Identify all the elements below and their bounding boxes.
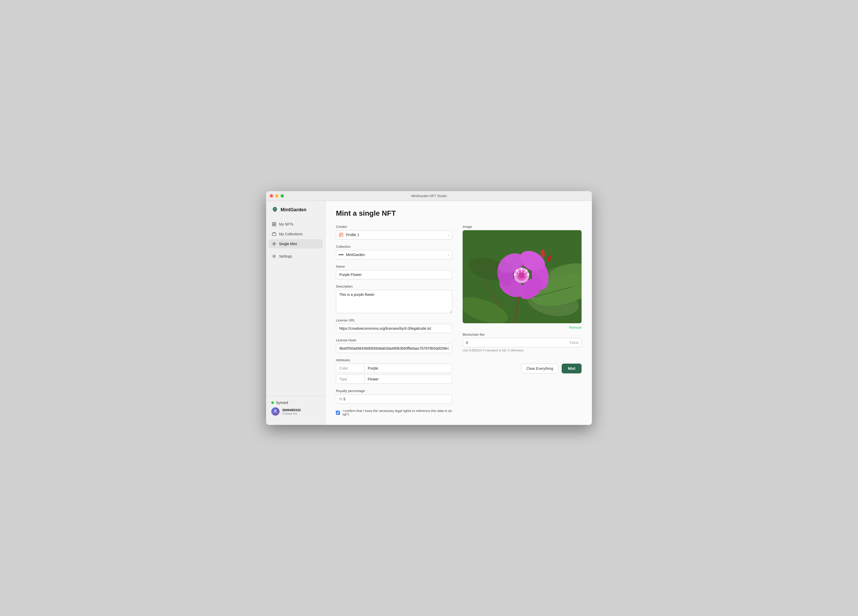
svg-point-29 bbox=[519, 272, 525, 278]
clear-everything-button[interactable]: Clear Everything bbox=[521, 364, 559, 373]
svg-point-37 bbox=[526, 269, 527, 271]
synced-row: Synced bbox=[271, 401, 320, 405]
collection-label: Collection bbox=[336, 245, 452, 249]
attribute-value-0[interactable] bbox=[365, 364, 452, 373]
license-url-input[interactable] bbox=[336, 324, 452, 333]
collection-select[interactable]: MintGarden bbox=[336, 250, 452, 260]
change-key-label: Change key bbox=[282, 412, 301, 415]
confirm-checkbox[interactable] bbox=[336, 411, 340, 415]
sidebar-bottom: Synced 3689485332 Change key bbox=[266, 396, 325, 420]
royalty-input[interactable] bbox=[336, 394, 452, 404]
image-label: Image bbox=[463, 225, 581, 229]
svg-point-6 bbox=[274, 410, 277, 412]
account-row[interactable]: 3689485332 Change key bbox=[271, 407, 320, 415]
image-group: Image bbox=[463, 225, 581, 323]
royalty-wrapper: % bbox=[336, 394, 452, 404]
creator-group: Creator Profile 1 ⌄ bbox=[336, 225, 452, 240]
logo-icon bbox=[271, 206, 278, 213]
page-title: Mint a single NFT bbox=[336, 209, 581, 218]
sidebar-item-my-nfts[interactable]: My NFTs bbox=[269, 219, 323, 229]
creator-select-wrapper: Profile 1 ⌄ bbox=[336, 230, 452, 240]
minimize-button[interactable] bbox=[275, 194, 278, 198]
name-label: Name bbox=[336, 264, 452, 268]
license-hash-group: License Hash bbox=[336, 338, 452, 353]
royalty-prefix-icon: % bbox=[339, 397, 342, 401]
license-url-label: License URL bbox=[336, 318, 452, 322]
attribute-key-1[interactable] bbox=[336, 375, 365, 384]
attribute-row bbox=[336, 375, 452, 384]
sidebar-item-label: Settings bbox=[279, 254, 292, 258]
window-controls bbox=[270, 194, 284, 198]
svg-point-35 bbox=[521, 268, 522, 269]
sidebar-nav: My NFTs My Collections bbox=[266, 219, 325, 396]
fee-input-wrapper: TXCH bbox=[463, 338, 581, 347]
attribute-row bbox=[336, 364, 452, 373]
synced-dot bbox=[271, 401, 274, 404]
svg-point-36 bbox=[516, 269, 518, 271]
logo-text: MintGarden bbox=[281, 207, 306, 213]
image-container: Remove bbox=[463, 230, 581, 323]
svg-rect-1 bbox=[274, 222, 276, 224]
attributes-label: Attributes bbox=[336, 358, 452, 362]
svg-rect-2 bbox=[272, 224, 274, 226]
nft-image bbox=[463, 230, 581, 323]
royalty-group: Royalty percentage % bbox=[336, 389, 452, 404]
grid-icon bbox=[272, 222, 277, 227]
sidebar-item-label: My Collections bbox=[279, 232, 303, 236]
main-content: Mint a single NFT Creator bbox=[326, 201, 592, 425]
description-label: Description bbox=[336, 285, 452, 288]
description-group: Description This is a purple flower bbox=[336, 285, 452, 313]
form-layout: Creator Profile 1 ⌄ bbox=[336, 225, 581, 417]
window-title: MintGarden NFT Studio bbox=[411, 194, 446, 198]
account-id: 3689485332 bbox=[282, 408, 301, 412]
blockchain-fee-label: Blockchain fee bbox=[463, 333, 581, 336]
synced-label: Synced bbox=[276, 401, 288, 405]
name-input[interactable] bbox=[336, 270, 452, 279]
confirm-checkbox-row: I confirm that I have the necessary lega… bbox=[336, 409, 452, 417]
gear-icon bbox=[272, 254, 277, 258]
description-textarea[interactable]: This is a purple flower bbox=[336, 290, 452, 313]
form-left: Creator Profile 1 ⌄ bbox=[336, 225, 452, 417]
license-url-group: License URL bbox=[336, 318, 452, 333]
blockchain-fee-section: Blockchain fee TXCH Use 0.000615 if memp… bbox=[463, 333, 581, 352]
svg-rect-0 bbox=[272, 222, 274, 224]
creator-select[interactable]: Profile 1 bbox=[336, 230, 452, 240]
svg-point-39 bbox=[528, 274, 529, 275]
fee-suffix: TXCH bbox=[569, 341, 578, 345]
collection-group: Collection MintGarden ⌄ bbox=[336, 245, 452, 260]
svg-rect-3 bbox=[274, 224, 276, 226]
attribute-key-0[interactable] bbox=[336, 364, 365, 373]
creator-label: Creator bbox=[336, 225, 452, 229]
attribute-value-1[interactable] bbox=[365, 375, 452, 384]
attributes-group: Attributes bbox=[336, 358, 452, 384]
close-button[interactable] bbox=[270, 194, 273, 198]
mint-button[interactable]: Mint bbox=[562, 364, 581, 373]
maximize-button[interactable] bbox=[281, 194, 284, 198]
collection-dash-icon bbox=[339, 252, 344, 257]
account-info: 3689485332 Change key bbox=[282, 408, 301, 415]
app-logo: MintGarden bbox=[266, 206, 325, 219]
remove-link[interactable]: Remove bbox=[569, 325, 581, 330]
titlebar: MintGarden NFT Studio bbox=[266, 191, 592, 201]
sidebar-item-label: My NFTs bbox=[279, 222, 293, 226]
fee-hint: Use 0.000615 if mempool is full, 0 other… bbox=[463, 348, 581, 352]
svg-point-5 bbox=[274, 256, 275, 257]
license-hash-input[interactable] bbox=[336, 344, 452, 353]
profile-icon bbox=[339, 232, 344, 237]
sidebar-item-label: Single Mint bbox=[279, 242, 297, 246]
blockchain-fee-input[interactable] bbox=[463, 338, 581, 347]
license-hash-label: License Hash bbox=[336, 338, 452, 342]
svg-point-38 bbox=[514, 274, 515, 275]
sidebar-item-single-mint[interactable]: Single Mint bbox=[269, 239, 323, 249]
collection-icon bbox=[272, 232, 277, 236]
sidebar-item-settings[interactable]: Settings bbox=[269, 252, 323, 261]
confirm-label: I confirm that I have the necessary lega… bbox=[343, 409, 452, 417]
svg-rect-4 bbox=[272, 233, 276, 236]
footer-buttons: Clear Everything Mint bbox=[463, 359, 581, 373]
attributes-grid bbox=[336, 364, 452, 384]
sidebar: MintGarden My NFTs bbox=[266, 201, 326, 425]
form-right: Image bbox=[463, 225, 581, 417]
avatar bbox=[271, 407, 280, 415]
name-group: Name bbox=[336, 264, 452, 279]
sidebar-item-my-collections[interactable]: My Collections bbox=[269, 229, 323, 239]
